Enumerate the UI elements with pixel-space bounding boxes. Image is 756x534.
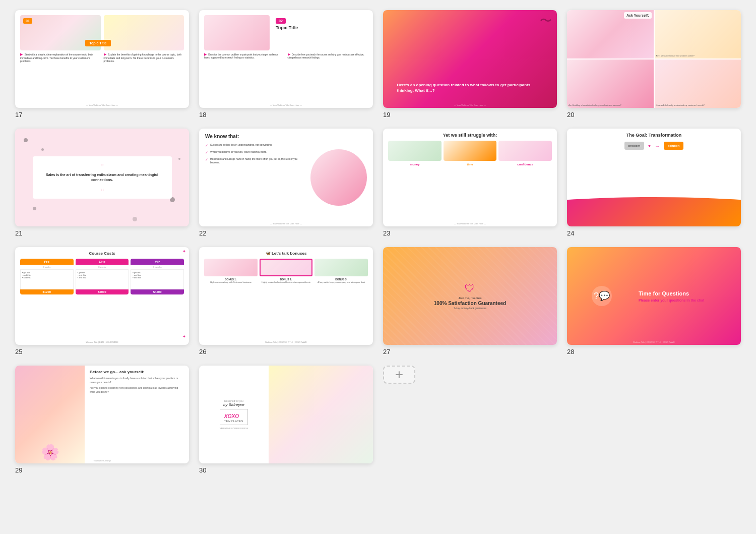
slide-25-pro-label: Pro bbox=[20, 259, 74, 265]
slide-20-img2 bbox=[655, 10, 741, 58]
slide-17-arrow1: ▶ bbox=[20, 52, 23, 56]
slide-22-text2: When you believe in yourself, you're hal… bbox=[210, 150, 267, 154]
slide-26-title-text: Let's talk bonuses bbox=[272, 251, 306, 256]
slide-29[interactable]: 🌸 Before we go... ask yourself: What wou… bbox=[15, 366, 189, 463]
slide-17[interactable]: 01 Topic Title ▶ Start with a simple, cl… bbox=[15, 10, 189, 108]
slide-21-quote-close: " bbox=[40, 183, 164, 193]
slide-22-floral bbox=[310, 149, 367, 206]
slide-22-number: 22 bbox=[199, 229, 206, 237]
slide-29-left: 🌸 bbox=[15, 366, 85, 463]
slide-wrapper-18: 02 Topic Title ▶ Describe the common pro… bbox=[199, 10, 373, 118]
slide-24-boxes: problem ♥ → solution bbox=[572, 142, 736, 150]
slide-18-footer: — Your Webinar Title Goes Here — bbox=[199, 104, 373, 106]
add-slide-wrapper: + bbox=[383, 366, 557, 474]
slide-wrapper-23: Yet we still struggle with: money time c… bbox=[383, 129, 557, 237]
slide-19[interactable]: 〜 Here's an opening question related to … bbox=[383, 10, 557, 108]
slide-27-guarantee-text: 100% Satisfaction Guaranteed bbox=[434, 301, 506, 307]
slide-18-col2: ▶ Describe how you teach the course and … bbox=[288, 52, 368, 59]
slide-25-pro-item3: • and this bbox=[22, 276, 72, 279]
slide-wrapper-27: 🛡 Join me, risk-free 100% Satisfaction G… bbox=[383, 247, 557, 355]
slide-29-q1: What would it mean to you to finally hav… bbox=[90, 377, 184, 384]
slide-21-quote-box: " Sales is the art of transferring enthu… bbox=[33, 156, 172, 199]
slide-18-img bbox=[204, 15, 270, 50]
slide-wrapper-21: " Sales is the art of transferring enthu… bbox=[15, 129, 189, 237]
slide-25-col-pro: Pro 4 weeks • get this • and this • and … bbox=[20, 259, 74, 294]
slide-29-title: Before we go... ask yourself: bbox=[90, 370, 184, 374]
slide-17-bottom: ▶ Start with a simple, clear explanation… bbox=[20, 52, 184, 63]
slide-wrapper-22: We know that: ✓ Successful selling lies … bbox=[199, 129, 373, 237]
slide-27-content: 🛡 Join me, risk-free 100% Satisfaction G… bbox=[434, 283, 506, 310]
slide-27[interactable]: 🛡 Join me, risk-free 100% Satisfaction G… bbox=[383, 247, 557, 345]
slide-26-bonus3: BONUS 3: A furry cat to keep you company… bbox=[314, 259, 368, 283]
slide-20-number: 20 bbox=[567, 111, 574, 118]
slide-23[interactable]: Yet we still struggle with: money time c… bbox=[383, 129, 557, 226]
slide-20-q2: Am I building a foundation for long-term… bbox=[569, 104, 652, 106]
slide-23-footer: — Your Webinar Title Does Here — bbox=[383, 222, 557, 225]
add-slide-button[interactable]: + bbox=[383, 366, 415, 384]
slide-row-1: 01 Topic Title ▶ Start with a simple, cl… bbox=[15, 10, 741, 118]
slide-25[interactable]: Course Costs ✦ ✦ Pro 4 weeks • get this … bbox=[15, 247, 189, 345]
slide-22-item1: ✓ Successful selling lies in understandi… bbox=[205, 143, 306, 148]
slide-wrapper-28: ?💬 Time for Questions Please enter your … bbox=[567, 247, 741, 355]
slide-21-number: 21 bbox=[15, 229, 22, 237]
slide-17-badge: 01 bbox=[23, 18, 32, 24]
slide-26[interactable]: 🦋 Let's talk bonuses BONUS 1: High-touch… bbox=[199, 247, 373, 345]
slide-22-left: We know that: ✓ Successful selling lies … bbox=[205, 134, 306, 221]
slide-24-solution-box: solution bbox=[664, 142, 683, 150]
slide-30[interactable]: Designed for you by Sidreyve xoxo TEMPLA… bbox=[199, 366, 373, 463]
slide-18[interactable]: 02 Topic Title ▶ Describe the common pro… bbox=[199, 10, 373, 108]
slide-23-images bbox=[388, 141, 552, 161]
slide-28[interactable]: ?💬 Time for Questions Please enter your … bbox=[567, 247, 741, 345]
slide-29-right: Before we go... ask yourself: What would… bbox=[85, 366, 189, 463]
slide-25-col-elite: Elite 8 weeks • get this • and this • an… bbox=[76, 259, 129, 294]
slide-18-title: Topic Title bbox=[276, 25, 368, 30]
slide-29-flower-icon: 🌸 bbox=[41, 443, 59, 461]
slide-23-label-money: money bbox=[388, 163, 442, 166]
slide-20[interactable]: Ask Yourself: Am I a trusted advisor and… bbox=[567, 10, 741, 108]
slide-24-heart-icon: ♥ bbox=[648, 144, 651, 148]
slide-22[interactable]: We know that: ✓ Successful selling lies … bbox=[199, 129, 373, 226]
slide-24-problem-box: problem bbox=[624, 142, 645, 150]
slide-28-question-icon: ?💬 bbox=[592, 286, 612, 306]
slide-18-text1: Describe the common problem or pain poin… bbox=[204, 53, 278, 59]
slide-17-footer: — Your Webinar Title Goes Here — bbox=[15, 104, 189, 106]
slide-28-number: 28 bbox=[567, 348, 574, 355]
slide-28-left: ?💬 bbox=[567, 247, 637, 345]
slide-25-vip-label: VIP bbox=[131, 259, 184, 265]
slide-19-footer: — Your Webinar Title Does Here — bbox=[383, 104, 557, 106]
slide-27-join-text: Join me, risk-free bbox=[434, 296, 506, 300]
slide-30-sub-text: VALENTINE COURSE DESIGN bbox=[220, 427, 248, 430]
slide-26-bonus2: BONUS 2: Highly curated collection of be… bbox=[260, 259, 313, 283]
slide-26-bonuses-row: BONUS 1: High-touch coaching with Firstn… bbox=[204, 259, 368, 283]
slide-26-bonus3-img bbox=[314, 259, 368, 276]
slide-30-number: 30 bbox=[199, 466, 206, 474]
slide-20-img3 bbox=[567, 60, 654, 108]
slide-21-quote-text: Sales is the art of transferring enthusi… bbox=[40, 172, 164, 183]
slide-17-img1: 01 Topic Title bbox=[20, 15, 101, 50]
slide-18-text2: Describe how you teach the course and wh… bbox=[288, 53, 364, 59]
slide-20-cell2: Am I a trusted advisor and problem solve… bbox=[655, 10, 741, 58]
slide-20-q1: Am I a trusted advisor and problem solve… bbox=[656, 54, 740, 57]
slide-wrapper-26: 🦋 Let's talk bonuses BONUS 1: High-touch… bbox=[199, 247, 373, 355]
slide-28-right: Time for Questions Please enter your que… bbox=[637, 247, 741, 345]
slide-26-bonus1-img bbox=[204, 259, 258, 276]
slide-30-left: Designed for you by Sidreyve xoxo TEMPLA… bbox=[199, 366, 269, 463]
slide-21[interactable]: " Sales is the art of transferring enthu… bbox=[15, 129, 189, 226]
slide-26-butterfly-icon: 🦋 bbox=[266, 251, 272, 256]
slide-25-vip-price: $4200 bbox=[131, 289, 184, 294]
slide-25-vip-body: • get this • and this • and this bbox=[131, 269, 184, 289]
slide-25-title: Course Costs bbox=[20, 251, 184, 256]
slide-25-pro-duration: 4 weeks bbox=[20, 266, 74, 268]
slide-23-img-time bbox=[444, 141, 497, 161]
slide-18-title-area: 02 Topic Title bbox=[273, 15, 368, 50]
slide-28-question-mark: ?💬 bbox=[594, 290, 610, 302]
slide-23-label-time: time bbox=[444, 163, 497, 166]
slide-17-arrow2: ▶ bbox=[104, 52, 106, 56]
slide-24-arrow-icon: → bbox=[655, 143, 660, 149]
slide-17-text1: Start with a simple, clear explanation o… bbox=[20, 53, 93, 63]
slide-19-number: 19 bbox=[383, 111, 390, 118]
slide-23-label-conf: confidence bbox=[498, 163, 552, 166]
slide-24-number: 24 bbox=[567, 229, 574, 237]
slide-19-swirl: 〜 bbox=[540, 13, 552, 29]
slide-24[interactable]: The Goal: Transformation problem ♥ → sol… bbox=[567, 129, 741, 226]
